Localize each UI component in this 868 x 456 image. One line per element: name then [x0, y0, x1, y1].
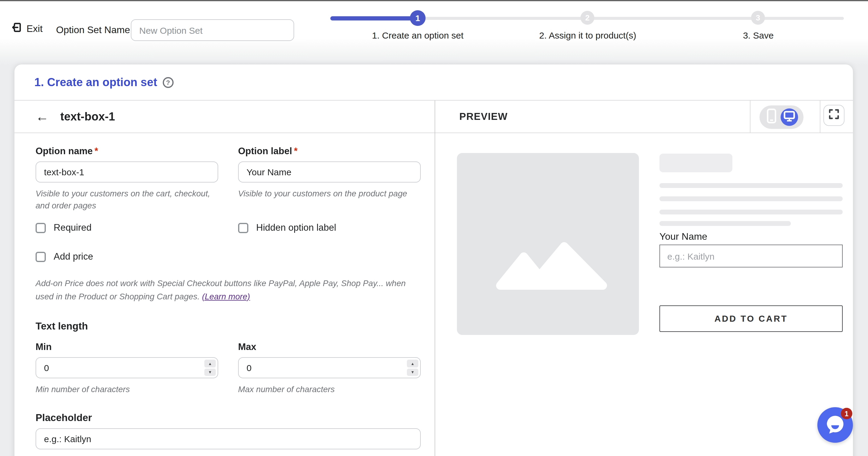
option-label-input[interactable]: [238, 161, 421, 183]
skeleton-line: [659, 196, 843, 201]
required-asterisk: *: [294, 146, 298, 156]
step-circle-2[interactable]: 2: [581, 11, 594, 25]
option-form: Option name* Option label* Visible to yo…: [14, 133, 435, 456]
option-title: text-box-1: [60, 110, 115, 123]
skeleton-line: [659, 183, 843, 188]
max-input-wrap: ▲ ▼: [238, 357, 421, 378]
add-to-cart-button[interactable]: ADD TO CART: [659, 305, 843, 332]
add-price-checkbox-label: Add price: [54, 251, 93, 262]
skeleton-line: [659, 221, 791, 226]
card-heading-row: 1. Create an option set ?: [14, 64, 853, 101]
skeleton-line: [659, 209, 843, 215]
chat-notification-badge: 1: [841, 408, 852, 419]
learn-more-link[interactable]: (Learn more): [202, 292, 250, 301]
preview-text-input[interactable]: [659, 245, 843, 267]
preview-header-divider: [750, 101, 750, 133]
step-circle-3[interactable]: 3: [751, 11, 765, 25]
stepper-down-icon[interactable]: ▼: [204, 368, 216, 376]
min-input-wrap: ▲ ▼: [36, 357, 218, 378]
help-icon[interactable]: ?: [163, 77, 174, 88]
stepper-up-icon[interactable]: ▲: [204, 360, 216, 367]
option-name-label: Option name*: [36, 146, 218, 157]
checkbox-unchecked-icon: [36, 252, 46, 262]
placeholder-helper: Text inside input field can be used to g…: [36, 455, 420, 456]
option-name-helper: Visible to your customers on the cart, c…: [36, 188, 218, 212]
fullscreen-button[interactable]: [824, 105, 844, 126]
exit-label: Exit: [27, 23, 42, 34]
exit-button[interactable]: Exit: [11, 22, 42, 36]
max-label: Max: [238, 341, 421, 352]
window-top-edge: [0, 0, 868, 1]
desktop-view-button[interactable]: [781, 108, 798, 126]
product-image-placeholder: [457, 153, 639, 335]
step-label-2[interactable]: 2. Assign it to product(s): [497, 30, 678, 40]
step-label-3[interactable]: 3. Save: [668, 30, 849, 40]
required-checkbox-label: Required: [54, 222, 92, 233]
option-label-label: Option label*: [238, 146, 421, 157]
wizard-topbar: Exit Option Set Name 1 1. Create an opti…: [0, 0, 868, 64]
hidden-option-label-checkbox[interactable]: Hidden option label: [238, 222, 420, 233]
required-checkbox[interactable]: Required: [36, 222, 238, 233]
phone-icon: [767, 108, 776, 126]
min-input[interactable]: [36, 357, 218, 378]
option-label-helper: Visible to your customers on the product…: [238, 188, 421, 212]
preview-title: PREVIEW: [459, 111, 508, 122]
create-option-set-card: 1. Create an option set ? ← text-box-1 O…: [14, 64, 853, 456]
device-toggle: [760, 105, 804, 129]
max-stepper: ▲ ▼: [407, 360, 418, 376]
step-label-1[interactable]: 1. Create an option set: [327, 30, 508, 40]
add-price-checkbox[interactable]: Add price: [36, 251, 420, 262]
chat-widget-button[interactable]: 1: [817, 407, 853, 443]
placeholder-heading: Placeholder: [36, 412, 420, 423]
monitor-icon: [784, 110, 795, 124]
placeholder-input[interactable]: [36, 428, 421, 449]
min-label: Min: [36, 341, 218, 352]
preview-body: Your Name ADD TO CART: [435, 133, 853, 456]
skeleton-product-title: [659, 154, 733, 172]
app-window: Exit Option Set Name 1 1. Create an opti…: [0, 0, 868, 456]
stepper-down-icon[interactable]: ▼: [407, 368, 418, 376]
checkbox-unchecked-icon: [238, 223, 248, 233]
stepper-progress-fill: [330, 16, 418, 21]
min-stepper: ▲ ▼: [204, 360, 216, 376]
exit-icon: [11, 22, 22, 36]
fullscreen-icon: [829, 109, 839, 122]
min-helper: Min number of characters: [36, 384, 218, 396]
card-heading-title: 1. Create an option set: [34, 75, 157, 89]
preview-header: PREVIEW: [435, 101, 853, 133]
option-editor-panel: ← text-box-1 Option name* Option label*: [14, 101, 435, 456]
text-length-heading: Text length: [36, 321, 420, 332]
stepper-up-icon[interactable]: ▲: [407, 360, 418, 367]
max-input[interactable]: [238, 357, 421, 378]
option-name-input[interactable]: [36, 161, 218, 183]
step-circle-1[interactable]: 1: [410, 10, 426, 26]
option-title-row: ← text-box-1: [14, 101, 435, 133]
mountains-image-icon: [493, 242, 608, 293]
back-arrow-icon[interactable]: ←: [36, 110, 49, 123]
preview-header-divider: [820, 101, 820, 133]
option-set-name-input[interactable]: [131, 19, 294, 41]
add-price-warning: Add-on Price does not work with Special …: [36, 277, 420, 303]
preview-panel: PREVIEW: [435, 101, 853, 456]
hidden-option-label-checkbox-label: Hidden option label: [256, 222, 336, 233]
preview-option-label: Your Name: [659, 231, 707, 242]
max-helper: Max number of characters: [238, 384, 421, 396]
checkbox-unchecked-icon: [36, 223, 46, 233]
option-set-name-label: Option Set Name: [56, 25, 130, 36]
mobile-view-button[interactable]: [763, 108, 781, 126]
required-asterisk: *: [94, 146, 98, 156]
